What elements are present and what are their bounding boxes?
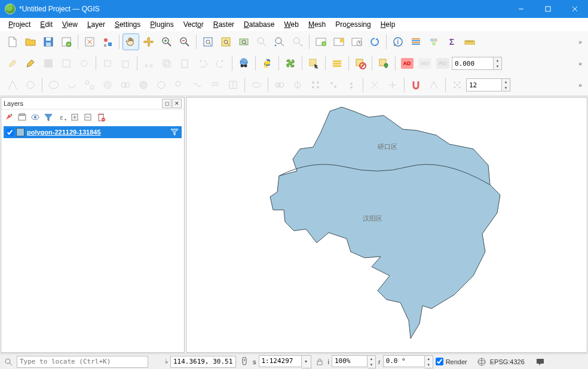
metasearch-button[interactable]: [235, 55, 252, 72]
current-edits-button[interactable]: [4, 55, 21, 72]
rotate-feature-button[interactable]: [63, 77, 80, 93]
coordinate-input[interactable]: [170, 356, 236, 368]
scale-input[interactable]: [259, 355, 302, 367]
select-by-location-button[interactable]: [375, 55, 392, 72]
rotation-input[interactable]: [383, 355, 425, 367]
toolbar-overflow-1[interactable]: »: [576, 39, 584, 45]
panel-undock-button[interactable]: ◻: [162, 99, 172, 108]
zoom-to-layer-button[interactable]: [235, 33, 252, 50]
node-tool-button[interactable]: [307, 77, 324, 93]
vertex-tool-button[interactable]: [449, 77, 466, 93]
field-calculator-button[interactable]: [425, 33, 442, 50]
add-part-button[interactable]: [117, 77, 134, 93]
trim-extend-button[interactable]: [366, 77, 383, 93]
label-toolbar-ro-button[interactable]: RO: [434, 55, 451, 72]
layer-visibility-checkbox[interactable]: [6, 129, 14, 136]
menu-layer[interactable]: Layer: [82, 19, 110, 30]
move-feature-adv-button[interactable]: [45, 77, 62, 93]
enable-snapping-button[interactable]: [408, 77, 424, 93]
magnifier-spinner[interactable]: ▲▼: [332, 355, 376, 368]
temporal-controller-button[interactable]: [348, 33, 365, 50]
add-ring-button[interactable]: [99, 77, 116, 93]
new-spatial-bookmark-button[interactable]: [330, 33, 347, 50]
menu-mesh[interactable]: Mesh: [304, 19, 330, 30]
minimize-button[interactable]: [507, 0, 534, 18]
cut-features-button[interactable]: [140, 55, 157, 72]
zoom-next-button[interactable]: [289, 33, 306, 50]
style-manager-button[interactable]: [81, 33, 98, 50]
menu-help[interactable]: Help: [376, 19, 400, 30]
pan-button[interactable]: [122, 33, 139, 50]
digitize-button[interactable]: [76, 55, 93, 72]
snapping-options-button[interactable]: [425, 77, 442, 93]
adv-digitizing-button[interactable]: [4, 77, 21, 93]
map-canvas[interactable]: 硚口区 汉阳区: [186, 97, 587, 353]
new-map-view-button[interactable]: +: [313, 33, 329, 50]
rotation-spinner[interactable]: ▲▼: [383, 355, 433, 368]
label-toolbar-mo-button[interactable]: MO: [416, 55, 433, 72]
measure-button[interactable]: [461, 33, 478, 50]
menu-database[interactable]: Database: [239, 19, 279, 30]
menu-plugins[interactable]: Plugins: [145, 19, 178, 30]
save-edits-button[interactable]: [40, 55, 57, 72]
locator-input[interactable]: [17, 356, 148, 368]
delete-ring-button[interactable]: [153, 77, 170, 93]
offset-point-symbols-button[interactable]: [343, 77, 360, 93]
paste-features-button[interactable]: [176, 55, 193, 72]
magnifier-input[interactable]: [332, 355, 368, 367]
zoom-native-button[interactable]: [253, 33, 270, 50]
pan-to-selection-button[interactable]: [140, 33, 157, 50]
menu-edit[interactable]: Edit: [35, 19, 57, 30]
menu-view[interactable]: View: [57, 19, 82, 30]
select-features-button[interactable]: [305, 55, 322, 72]
snapping-tolerance-spinner[interactable]: 12 ▲▼: [466, 78, 510, 92]
identify-button[interactable]: i: [390, 33, 406, 50]
zoom-full-button[interactable]: [200, 33, 216, 50]
mouse-extent-toggle[interactable]: [238, 356, 250, 368]
manage-visibility-button[interactable]: [29, 111, 42, 124]
deselect-all-button[interactable]: [352, 55, 369, 72]
render-checkbox[interactable]: [436, 358, 443, 365]
menu-web[interactable]: Web: [279, 19, 303, 30]
move-feature-button[interactable]: [99, 55, 116, 72]
split-parts-button[interactable]: [248, 77, 265, 93]
refresh-button[interactable]: [366, 33, 383, 50]
shape-button[interactable]: [22, 77, 39, 93]
reverse-line-button[interactable]: [384, 77, 401, 93]
save-project-button[interactable]: [40, 33, 57, 50]
panel-close-button[interactable]: ✕: [172, 99, 182, 108]
python-console-button[interactable]: [259, 55, 275, 72]
menu-project[interactable]: Project: [4, 19, 35, 30]
layer-styling-button[interactable]: [2, 111, 16, 124]
merge-features-button[interactable]: [271, 77, 288, 93]
split-features-button[interactable]: [225, 77, 241, 93]
layer-item[interactable]: polygon-221129-131845: [4, 126, 182, 138]
statistical-summary-button[interactable]: Σ: [443, 33, 460, 50]
filter-legend-button[interactable]: [42, 111, 55, 124]
zoom-out-button[interactable]: [176, 33, 193, 50]
filter-by-expression-button[interactable]: ε▾: [55, 111, 68, 124]
open-attribute-table-button[interactable]: [408, 33, 424, 50]
zoom-last-button[interactable]: [271, 33, 288, 50]
lock-scale-button[interactable]: [314, 356, 326, 368]
open-project-button[interactable]: [22, 33, 39, 50]
menu-raster[interactable]: Raster: [209, 19, 239, 30]
plugin-manager-button[interactable]: [282, 55, 299, 72]
zoom-in-button[interactable]: [158, 33, 175, 50]
delete-selected-button[interactable]: [117, 55, 134, 72]
merge-attributes-button[interactable]: [289, 77, 306, 93]
new-print-layout-button[interactable]: +: [58, 33, 75, 50]
fill-ring-button[interactable]: [135, 77, 152, 93]
crs-label[interactable]: EPSG:4326: [490, 358, 525, 365]
add-feature-button[interactable]: [58, 55, 75, 72]
rotate-point-symbols-button[interactable]: [325, 77, 342, 93]
label-toolbar-ad-button[interactable]: AD: [399, 55, 415, 72]
layer-filter-icon[interactable]: [170, 127, 179, 137]
maximize-button[interactable]: [534, 0, 561, 18]
numeric-spinner-row2[interactable]: 0.000 ▲▼: [452, 57, 502, 70]
select-by-value-button[interactable]: [329, 55, 345, 72]
toolbar-overflow-2[interactable]: »: [576, 60, 584, 67]
toolbar-overflow-3[interactable]: »: [576, 82, 584, 89]
style-manager-alt-button[interactable]: a: [99, 33, 116, 50]
delete-part-button[interactable]: [171, 77, 188, 93]
